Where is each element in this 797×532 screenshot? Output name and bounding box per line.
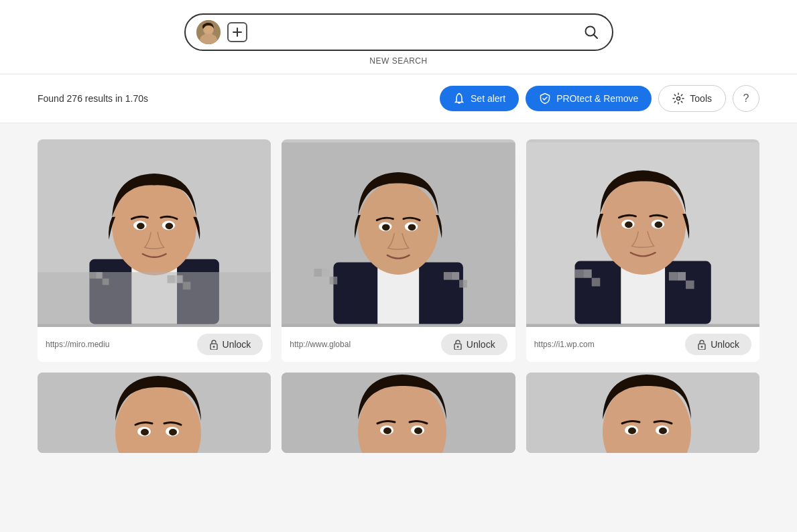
new-search-link[interactable]: NEW SEARCH	[369, 56, 427, 66]
svg-point-78	[383, 427, 391, 434]
lock-icon	[209, 339, 219, 350]
unlock-label: Unlock	[711, 339, 739, 350]
card-footer: http://www.global Unlock	[282, 327, 515, 362]
svg-point-79	[414, 427, 422, 434]
svg-rect-58	[677, 272, 686, 281]
svg-rect-42	[459, 280, 467, 288]
svg-point-35	[382, 224, 390, 230]
svg-rect-37	[314, 269, 322, 277]
search-input[interactable]	[254, 26, 574, 38]
card-url: http://www.global	[290, 340, 351, 349]
shield-icon	[539, 92, 551, 105]
svg-rect-41	[452, 272, 460, 280]
tools-button[interactable]: Tools	[658, 85, 726, 112]
help-button[interactable]: ?	[733, 85, 759, 112]
svg-rect-25	[183, 282, 191, 290]
svg-rect-19	[38, 272, 271, 324]
tools-label: Tools	[690, 93, 712, 104]
svg-rect-57	[669, 272, 678, 281]
svg-rect-23	[168, 275, 176, 283]
gear-icon	[672, 92, 684, 105]
svg-rect-56	[591, 278, 600, 287]
svg-rect-54	[574, 269, 583, 278]
lock-icon	[453, 339, 463, 350]
svg-point-88	[659, 427, 667, 434]
svg-point-69	[141, 429, 149, 436]
results-bar: Found 276 results in 1.70s Set alert PRO…	[0, 74, 797, 123]
result-image-2	[282, 139, 515, 327]
results-grid: https://miro.mediu Unlock	[0, 123, 797, 469]
svg-rect-24	[175, 275, 183, 283]
svg-rect-21	[96, 272, 103, 279]
svg-point-44	[456, 346, 458, 348]
svg-point-32	[359, 182, 439, 275]
svg-rect-40	[444, 272, 452, 280]
add-image-button[interactable]	[227, 22, 247, 42]
unlock-label: Unlock	[467, 339, 495, 350]
svg-point-8	[458, 93, 460, 94]
protect-remove-button[interactable]: PROtect & Remove	[526, 86, 652, 111]
svg-point-61	[701, 346, 703, 348]
result-image-1	[38, 139, 271, 327]
svg-line-7	[593, 35, 597, 39]
svg-rect-30	[378, 267, 420, 324]
svg-rect-20	[89, 272, 96, 279]
svg-point-53	[654, 222, 662, 228]
set-alert-button[interactable]: Set alert	[440, 86, 519, 111]
set-alert-label: Set alert	[471, 93, 505, 104]
svg-point-17	[137, 223, 145, 230]
svg-point-87	[628, 427, 636, 434]
card-footer: https://i1.wp.com Unlock	[526, 327, 759, 362]
result-image-3	[526, 139, 759, 327]
result-card: https://i1.wp.com Unlock	[526, 139, 759, 362]
unlock-button[interactable]: Unlock	[197, 334, 263, 355]
result-image-5	[282, 373, 515, 453]
svg-point-49	[600, 176, 686, 275]
svg-point-36	[408, 224, 416, 230]
svg-point-27	[212, 346, 214, 348]
search-submit-button[interactable]	[581, 22, 601, 42]
svg-point-18	[166, 223, 174, 230]
card-url: https://i1.wp.com	[534, 340, 595, 349]
svg-rect-38	[322, 269, 330, 277]
help-icon: ?	[743, 92, 749, 105]
svg-point-9	[677, 97, 680, 101]
unlock-label: Unlock	[223, 339, 251, 350]
result-card	[38, 373, 271, 453]
svg-rect-39	[330, 277, 338, 285]
svg-rect-55	[583, 269, 592, 278]
result-card: https://miro.mediu Unlock	[38, 139, 271, 362]
result-card	[282, 373, 515, 453]
toolbar-buttons: Set alert PROtect & Remove Tools ?	[440, 85, 759, 112]
lock-icon	[697, 339, 707, 350]
result-image-6	[526, 373, 759, 453]
card-footer: https://miro.mediu Unlock	[38, 327, 271, 362]
result-image-4	[38, 373, 271, 453]
result-card: http://www.global Unlock	[282, 139, 515, 362]
result-card	[526, 373, 759, 453]
bell-icon	[453, 92, 465, 105]
svg-rect-47	[621, 267, 665, 324]
unlock-button[interactable]: Unlock	[685, 334, 751, 355]
protect-remove-label: PROtect & Remove	[556, 93, 638, 104]
search-bar	[184, 13, 613, 51]
svg-point-52	[625, 222, 633, 228]
header: NEW SEARCH	[0, 0, 797, 74]
avatar-thumbnail	[196, 20, 221, 44]
svg-point-70	[169, 429, 177, 436]
card-url: https://miro.mediu	[46, 340, 109, 349]
svg-rect-22	[103, 279, 109, 285]
unlock-button[interactable]: Unlock	[441, 334, 507, 355]
svg-rect-59	[686, 281, 694, 289]
results-count: Found 276 results in 1.70s	[38, 93, 148, 104]
